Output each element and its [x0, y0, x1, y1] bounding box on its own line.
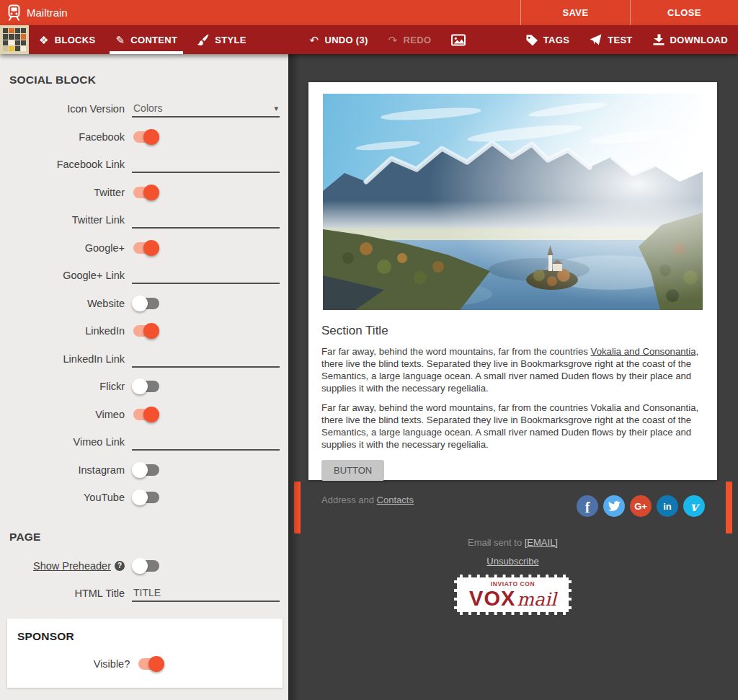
page-rows: Show Preheader ? HTML Title: [0, 552, 288, 608]
website-label: Website: [87, 298, 125, 309]
googleplus-link-label: Google+ Link: [63, 270, 125, 281]
email-canvas[interactable]: Section Title Far far away, behind the w…: [308, 82, 717, 480]
gallery-button[interactable]: [441, 25, 476, 54]
address-line[interactable]: Address and Contacts: [321, 495, 414, 505]
badge-mail-text: mail: [517, 590, 556, 608]
icon-version-row: Icon Version Colors ▾: [0, 95, 288, 123]
flickr-row: Flickr: [0, 373, 288, 401]
test-label: TEST: [608, 35, 632, 45]
facebook-link-label: Facebook Link: [57, 159, 125, 170]
footer-social-icons: f G+ in v: [577, 495, 705, 517]
undo-label: UNDO (3): [324, 35, 368, 45]
twitter-icon[interactable]: [603, 495, 625, 517]
paragraph-1-text-after: there live the blind texts. Separated th…: [321, 358, 691, 394]
show-preheader-toggle[interactable]: [132, 558, 161, 574]
editor-main: SOCIAL BLOCK Icon Version Colors ▾ Faceb…: [0, 54, 738, 700]
html-title-row: HTML Title: [0, 580, 288, 608]
image-icon: [451, 34, 466, 46]
badge-vox-text: VOX: [469, 588, 515, 609]
mailtrain-editor-window: Mailtrain SAVE CLOSE ❖ BLOCKS ✎ CONTENT …: [0, 0, 738, 700]
vimeo-icon[interactable]: v: [683, 495, 705, 517]
hero-image[interactable]: [323, 94, 703, 310]
googleplus-link-input[interactable]: [132, 267, 280, 284]
facebook-icon[interactable]: f: [577, 495, 598, 517]
download-label: DOWNLOAD: [670, 35, 728, 45]
tag-icon: [525, 34, 538, 46]
section-title[interactable]: Section Title: [321, 324, 704, 338]
redo-label: REDO: [404, 35, 432, 45]
flickr-toggle[interactable]: [132, 378, 161, 394]
facebook-link-input[interactable]: [132, 156, 280, 173]
sponsor-visible-toggle[interactable]: [137, 656, 166, 672]
show-preheader-label: Show Preheader: [33, 560, 111, 572]
tags-button[interactable]: TAGS: [515, 25, 579, 54]
mosaico-logo: [0, 25, 29, 54]
help-icon[interactable]: ?: [115, 561, 125, 571]
icon-version-select[interactable]: Colors ▾: [132, 100, 280, 118]
test-button[interactable]: TEST: [579, 25, 642, 54]
download-button[interactable]: DOWNLOAD: [643, 25, 738, 54]
vimeo-label: Vimeo: [95, 409, 125, 420]
twitter-link-row: Twitter Link: [0, 206, 288, 234]
flickr-label: Flickr: [99, 381, 125, 392]
social-block-rows: Icon Version Colors ▾ Facebook Facebook …: [0, 95, 288, 512]
vokalia-link[interactable]: Vokalia and Consonantia,: [591, 346, 699, 357]
website-toggle[interactable]: [132, 296, 161, 311]
instagram-toggle[interactable]: [132, 462, 161, 478]
tab-style[interactable]: STYLE: [187, 25, 256, 54]
html-title-input[interactable]: [132, 585, 280, 602]
tab-style-label: STYLE: [215, 35, 246, 45]
facebook-toggle[interactable]: [132, 129, 161, 145]
linkedin-link-input[interactable]: [132, 350, 280, 368]
block-selection-bar-right[interactable]: [726, 482, 732, 533]
address-text: Address and: [321, 495, 377, 505]
unsubscribe-link[interactable]: Unsubscribe: [308, 556, 717, 567]
icon-version-label: Icon Version: [67, 103, 125, 115]
paragraph-1-text: Far far away, behind the word mountains,…: [321, 346, 591, 357]
voxmail-badge[interactable]: INVIATO CON VOX mail: [454, 575, 572, 615]
brush-icon: [197, 34, 209, 45]
googleplus-label: Google+: [85, 242, 125, 254]
twitter-link-input[interactable]: [132, 211, 280, 229]
toolbar-spacer-2: [476, 25, 515, 54]
close-button[interactable]: CLOSE: [630, 0, 738, 25]
contacts-link[interactable]: Contacts: [377, 495, 414, 505]
tab-content[interactable]: ✎ CONTENT: [105, 25, 187, 54]
facebook-label: Facebook: [79, 131, 125, 143]
twitter-label: Twitter: [94, 187, 125, 198]
save-button[interactable]: SAVE: [520, 0, 630, 25]
redo-icon: ↷: [388, 35, 398, 45]
vimeo-link-row: Vimeo Link: [0, 428, 288, 456]
editor-toolbar: ❖ BLOCKS ✎ CONTENT STYLE ↶ UNDO (3) ↷ RE…: [0, 25, 738, 54]
website-row: Website: [0, 290, 288, 318]
settings-panel: SOCIAL BLOCK Icon Version Colors ▾ Faceb…: [0, 54, 288, 700]
email-button[interactable]: BUTTON: [321, 460, 384, 481]
email-token-link[interactable]: [EMAIL]: [525, 537, 558, 548]
redo-button: ↷ REDO: [378, 25, 442, 54]
linkedin-label: LinkedIn: [85, 325, 125, 337]
vimeo-link-input[interactable]: [132, 433, 280, 451]
googleplus-link-row: Google+ Link: [0, 262, 288, 290]
youtube-label: YouTube: [84, 492, 125, 503]
undo-button[interactable]: ↶ UNDO (3): [300, 25, 378, 54]
tab-blocks[interactable]: ❖ BLOCKS: [29, 25, 105, 54]
train-icon: [6, 4, 22, 22]
google-plus-icon[interactable]: G+: [630, 495, 652, 517]
paragraph-1[interactable]: Far far away, behind the word mountains,…: [321, 345, 704, 394]
instagram-label: Instagram: [79, 464, 125, 476]
block-selection-bar-left[interactable]: [294, 482, 301, 533]
facebook-row: Facebook: [0, 123, 288, 151]
twitter-toggle[interactable]: [132, 185, 161, 200]
paragraph-2[interactable]: Far far away, behind the word mountains,…: [321, 402, 704, 451]
linkedin-link-label: LinkedIn Link: [63, 353, 125, 365]
linkedin-toggle[interactable]: [132, 323, 161, 339]
googleplus-toggle[interactable]: [132, 240, 161, 256]
linkedin-icon[interactable]: in: [657, 495, 678, 517]
instagram-row: Instagram: [0, 456, 288, 484]
social-block-heading: SOCIAL BLOCK: [0, 74, 288, 87]
pencil-icon: ✎: [115, 35, 125, 45]
youtube-toggle[interactable]: [132, 489, 161, 505]
vimeo-toggle[interactable]: [132, 407, 161, 422]
email-sent-text: Email sent to: [468, 537, 525, 548]
undo-icon: ↶: [310, 35, 319, 45]
